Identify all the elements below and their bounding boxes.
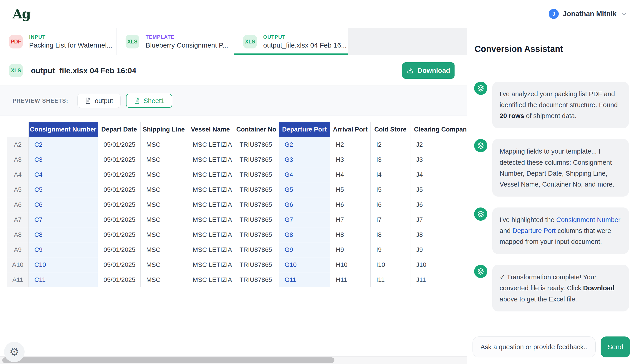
- table-cell: TRIU87865: [234, 197, 279, 212]
- table-cell: MSC: [140, 227, 187, 242]
- table-row: A8C805/01/2025MSCMSC LETIZIATRIU87865G8H…: [7, 227, 467, 242]
- bold-text: Download: [583, 284, 615, 292]
- preview-sheets-bar: PREVIEW SHEETS: output Sheet1: [0, 86, 467, 116]
- table-body: A2C205/01/2025MSCMSC LETIZIATRIU87865G2H…: [7, 137, 467, 287]
- chat-input[interactable]: [472, 336, 596, 358]
- column-header: Container No: [234, 122, 279, 137]
- layers-icon: [477, 210, 484, 218]
- column-header: Vessel Name: [187, 122, 234, 137]
- table-cell: G11: [279, 272, 330, 287]
- gear-icon: ⚙: [9, 346, 19, 358]
- table-cell: G6: [279, 197, 330, 212]
- table-cell: H7: [330, 212, 370, 227]
- table-cell: MSC: [140, 212, 187, 227]
- preview-table: Consignment NumberDepart DateShipping Li…: [7, 122, 467, 287]
- tab-meta: TEMPLATE Blueberry Consignment P...: [146, 34, 228, 49]
- table-cell: 05/01/2025: [98, 197, 140, 212]
- table-cell: 05/01/2025: [98, 182, 140, 197]
- table-cell: MSC LETIZIA: [187, 182, 234, 197]
- table-row: A9C905/01/2025MSCMSC LETIZIATRIU87865G9H…: [7, 242, 467, 257]
- table-cell: 05/01/2025: [98, 167, 140, 182]
- sheet-tab[interactable]: Sheet1: [126, 94, 172, 108]
- document-icon: [85, 97, 91, 104]
- message-bubble: I've highlighted the Consignment Number …: [492, 208, 629, 254]
- table-cell: J6: [410, 197, 467, 212]
- assistant-chat: I've analyzed your packing list PDF and …: [467, 70, 637, 330]
- table-cell: MSC: [140, 272, 187, 287]
- column-header: Depart Date: [98, 122, 140, 137]
- assistant-avatar: [474, 82, 487, 95]
- horizontal-scrollbar: [0, 356, 467, 364]
- table-cell: G5: [279, 182, 330, 197]
- table-cell: G9: [279, 242, 330, 257]
- column-link[interactable]: Departure Port: [512, 227, 556, 234]
- send-button[interactable]: Send: [600, 336, 630, 358]
- table-cell: G3: [279, 152, 330, 167]
- file-tab[interactable]: PDF INPUT Packing List for Watermel...: [0, 28, 116, 55]
- table-cell: H3: [330, 152, 370, 167]
- assistant-message: I've analyzed your packing list PDF and …: [474, 82, 629, 128]
- table-cell: 05/01/2025: [98, 212, 140, 227]
- chevron-down-icon: [620, 10, 628, 17]
- column-link[interactable]: Consignment Number: [556, 216, 620, 224]
- message-bubble: I've analyzed your packing list PDF and …: [492, 82, 629, 128]
- table-cell: J7: [410, 212, 467, 227]
- message-text: above to get the Excel file.: [500, 296, 577, 303]
- sheet-tab-list: output Sheet1: [77, 94, 172, 108]
- download-button[interactable]: Download: [402, 62, 454, 79]
- file-tab[interactable]: XLS OUTPUT output_file.xlsx 04 Feb 16...: [234, 28, 348, 55]
- scrollbar-thumb[interactable]: [2, 358, 334, 363]
- table-cell: I7: [370, 212, 410, 227]
- table-cell: C9: [29, 242, 98, 257]
- table-cell: J3: [410, 152, 467, 167]
- message-text: I've highlighted the: [500, 216, 556, 224]
- table-cell: J10: [410, 257, 467, 272]
- table-cell: H10: [330, 257, 370, 272]
- table-cell: MSC LETIZIA: [187, 272, 234, 287]
- user-name: Jonathan Mitnik: [563, 10, 616, 18]
- table-cell: MSC: [140, 257, 187, 272]
- tab-meta: OUTPUT output_file.xlsx 04 Feb 16...: [263, 34, 347, 49]
- column-header: Consignment Number: [29, 122, 98, 137]
- table-cell: C3: [29, 152, 98, 167]
- table-cell: C6: [29, 197, 98, 212]
- table-row: A4C405/01/2025MSCMSC LETIZIATRIU87865G4H…: [7, 167, 467, 182]
- message-bubble: ✓ Transformation complete! Your converte…: [492, 265, 629, 311]
- tab-bar: PDF INPUT Packing List for Watermel... X…: [0, 28, 467, 55]
- column-header: Clearing Company: [410, 122, 467, 137]
- layers-icon: [477, 142, 484, 150]
- layers-icon: [477, 268, 484, 275]
- table-cell: MSC: [140, 137, 187, 152]
- table-cell: MSC: [140, 182, 187, 197]
- table-cell: TRIU87865: [234, 257, 279, 272]
- assistant-avatar: [474, 208, 487, 221]
- column-header: Cold Store: [370, 122, 410, 137]
- user-menu[interactable]: J Jonathan Mitnik: [549, 9, 628, 19]
- table-cell: TRIU87865: [234, 272, 279, 287]
- table-row: A6C605/01/2025MSCMSC LETIZIATRIU87865G6H…: [7, 197, 467, 212]
- table-cell: MSC LETIZIA: [187, 197, 234, 212]
- table-cell: C2: [29, 137, 98, 152]
- sheet-tab[interactable]: output: [77, 94, 120, 108]
- table-cell: G7: [279, 212, 330, 227]
- row-label: A6: [7, 197, 29, 212]
- table-cell: MSC: [140, 197, 187, 212]
- table-cell: TRIU87865: [234, 152, 279, 167]
- table-cell: H5: [330, 182, 370, 197]
- table-cell: I2: [370, 137, 410, 152]
- table-cell: C4: [29, 167, 98, 182]
- tab-filename: Blueberry Consignment P...: [146, 42, 228, 49]
- column-header: Departure Port: [279, 122, 330, 137]
- table-row: A11C1105/01/2025MSCMSC LETIZIATRIU87865G…: [7, 272, 467, 287]
- table-cell: MSC LETIZIA: [187, 167, 234, 182]
- table-cell: C8: [29, 227, 98, 242]
- table-cell: 05/01/2025: [98, 227, 140, 242]
- row-label: A10: [7, 257, 29, 272]
- table-cell: MSC: [140, 152, 187, 167]
- row-label: A3: [7, 152, 29, 167]
- settings-button[interactable]: ⚙: [4, 342, 24, 362]
- file-tab[interactable]: XLS TEMPLATE Blueberry Consignment P...: [116, 28, 234, 55]
- file-header: XLS output_file.xlsx 04 Feb 16:04 Downlo…: [0, 56, 467, 86]
- table-cell: 05/01/2025: [98, 152, 140, 167]
- file-title: output_file.xlsx 04 Feb 16:04: [31, 66, 394, 75]
